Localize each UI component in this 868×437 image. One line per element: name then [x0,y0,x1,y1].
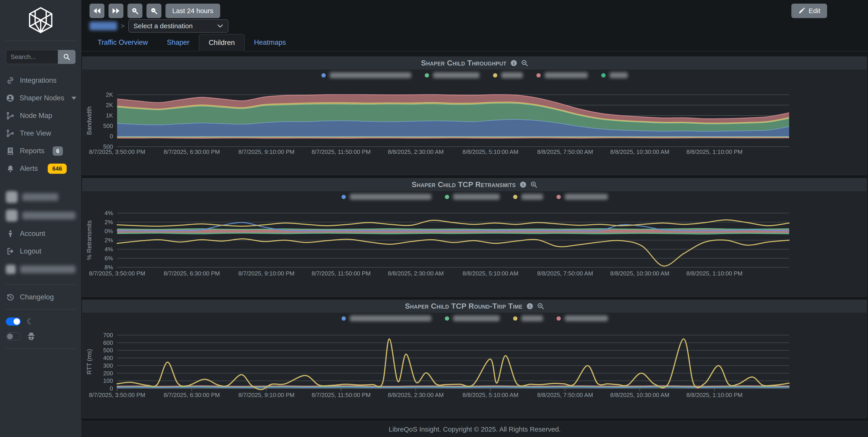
zoom-chart-icon[interactable] [530,181,537,188]
zoom-chart-icon[interactable] [537,303,544,310]
rtt-panel-header: Shaper Child TCP Round-Trip Time i [82,300,867,312]
sidebar-item-logout[interactable]: Logout [6,243,75,260]
legend-item[interactable] [321,72,411,78]
legend-item[interactable] [445,194,500,200]
legend-item[interactable] [342,194,431,200]
rtt-chart[interactable]: RTT (ms)70060050040030020010008/7/2025, … [82,324,867,418]
search-input[interactable] [6,50,58,64]
svg-text:8/7/2025, 6:30:00 PM: 8/7/2025, 6:30:00 PM [164,392,220,398]
svg-text:8/7/2025, 9:10:00 PM: 8/7/2025, 9:10:00 PM [238,149,294,155]
legend-item[interactable] [493,72,523,78]
info-icon[interactable]: i [526,303,533,310]
divider [5,284,76,285]
footer: LibreQoS Insight. Copyright © 2025. All … [81,421,868,437]
sidebar-item-label: Integrations [20,76,57,85]
info-icon[interactable]: i [520,181,527,188]
tab-children[interactable]: Children [199,34,244,51]
sidebar-item-changelog[interactable]: Changelog [6,288,75,306]
svg-text:8/8/2025, 5:10:00 AM: 8/8/2025, 5:10:00 AM [463,270,518,277]
sidebar-item-label: Shaper Nodes [20,94,64,102]
step-forward-button[interactable] [108,4,123,18]
sidebar-item-label: Tree View [20,129,51,137]
redacted-account-row[interactable] [6,206,75,225]
svg-text:600: 600 [103,339,113,346]
svg-text:Bandwidth: Bandwidth [86,106,93,135]
sidebar-toggles: ☾ [6,316,75,342]
copyright-text: LibreQoS Insight. Copyright © 2025. All … [389,426,561,433]
info-icon[interactable]: i [510,59,518,67]
zoom-in-button[interactable] [127,4,143,18]
redacted-node-link[interactable] [90,22,117,30]
legend-item[interactable] [557,315,608,321]
throughput-panel: Shaper Child Throughput i Bandwidth2K2K1… [82,57,867,175]
redacted-text [20,266,75,273]
avatar [6,210,18,221]
legend-item[interactable] [513,315,543,321]
redacted-menu-row[interactable] [6,260,75,279]
breadcrumb: > Select a destination [81,20,868,33]
retransmits-panel: Shaper Child TCP Retransmits i % Retrans… [82,178,867,297]
tab-traffic-overview[interactable]: Traffic Overview [88,34,157,51]
node-map-icon [6,112,15,120]
svg-text:8/7/2025, 6:30:00 PM: 8/7/2025, 6:30:00 PM [164,270,220,277]
legend-item[interactable] [601,72,628,78]
legend-dot-icon [601,73,606,77]
svg-text:8/8/2025, 2:30:00 AM: 8/8/2025, 2:30:00 AM [388,392,444,398]
chart-legend [82,312,867,324]
sidebar-item-reports[interactable]: Reports 6 [6,142,75,160]
anonymize-toggle[interactable] [6,332,21,341]
legend-item[interactable] [513,194,543,200]
zoom-out-button[interactable] [147,4,161,18]
sidebar-item-account[interactable]: Account [6,225,75,243]
redacted-legend-label [565,194,608,200]
zoom-chart-icon[interactable] [521,59,528,67]
svg-text:8/8/2025, 1:10:00 PM: 8/8/2025, 1:10:00 PM [686,149,743,155]
sidebar-nav: Integrations Shaper Nodes [6,72,75,177]
step-back-button[interactable] [90,4,104,18]
svg-text:0%: 0% [104,228,113,235]
sidebar-item-shaper-nodes[interactable]: Shaper Nodes [6,89,75,107]
main-area: Last 24 hours Edit > Select a destinatio… [81,0,868,437]
redacted-user-row[interactable] [6,188,75,206]
svg-text:500: 500 [103,122,113,129]
svg-text:8/8/2025, 5:10:00 AM: 8/8/2025, 5:10:00 AM [463,392,518,398]
sidebar-item-tree-view[interactable]: Tree View [6,125,75,142]
legend-item[interactable] [342,315,431,321]
svg-text:i: i [522,182,524,187]
tab-shaper[interactable]: Shaper [157,34,199,51]
throughput-chart[interactable]: Bandwidth2K2K1K50005008/7/2025, 3:50:00 … [82,81,867,175]
svg-text:8/7/2025, 3:50:00 PM: 8/7/2025, 3:50:00 PM [89,270,145,277]
svg-text:8/8/2025, 7:50:00 AM: 8/8/2025, 7:50:00 AM [537,392,593,398]
dark-mode-toggle[interactable] [6,317,21,325]
search-icon [63,53,70,61]
libreqos-cube-icon [28,7,53,33]
sidebar-item-integrations[interactable]: Integrations [6,72,75,89]
zoom-in-icon [131,7,139,15]
svg-text:8/8/2025, 1:10:00 PM: 8/8/2025, 1:10:00 PM [686,270,743,277]
chevron-down-icon [217,24,223,28]
svg-text:2K: 2K [106,91,113,98]
search-button[interactable] [58,50,75,64]
legend-dot-icon [513,316,518,321]
destination-select[interactable]: Select a destination [128,20,228,33]
svg-text:8/7/2025, 9:10:00 PM: 8/7/2025, 9:10:00 PM [238,392,294,398]
legend-dot-icon [557,195,561,199]
legend-item[interactable] [425,72,479,78]
legend-dot-icon [425,73,429,77]
app-root: Integrations Shaper Nodes [0,0,868,437]
topbar: Last 24 hours Edit [81,0,868,19]
edit-button[interactable]: Edit [792,4,827,18]
legend-item[interactable] [557,194,608,200]
legend-item[interactable] [445,315,500,321]
legend-item[interactable] [536,72,588,78]
time-range-button[interactable]: Last 24 hours [165,4,220,18]
sidebar-item-node-map[interactable]: Node Map [6,107,75,125]
incognito-icon [27,332,36,341]
svg-text:8/7/2025, 11:50:00 PM: 8/7/2025, 11:50:00 PM [311,392,370,398]
person-icon [6,230,15,238]
sidebar-item-alerts[interactable]: Alerts 646 [6,160,75,177]
legend-dot-icon [557,316,561,321]
retransmits-chart[interactable]: % Retransmits4%2%0%2%4%6%8%8/7/2025, 3:5… [82,203,867,296]
tab-heatmaps[interactable]: Heatmaps [245,34,296,51]
chevron-down-icon [71,97,76,100]
